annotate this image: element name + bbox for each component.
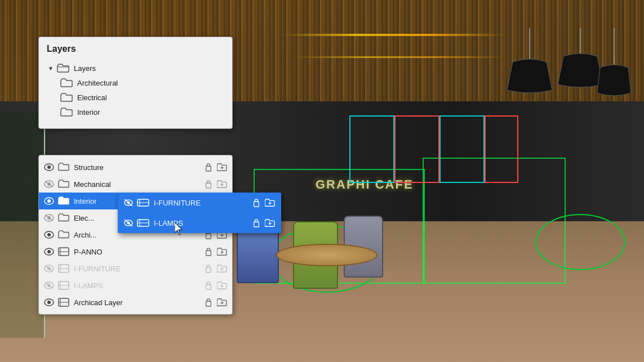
actions-i-lamps bbox=[203, 280, 228, 291]
interior-submenu: I-FURNITURE bbox=[118, 193, 281, 233]
layer-row-interior[interactable]: Interior bbox=[39, 193, 232, 209]
eye-icon-archicad[interactable] bbox=[43, 298, 55, 307]
folder-structure bbox=[58, 162, 69, 172]
eye-icon-interior[interactable] bbox=[43, 196, 55, 205]
svg-rect-46 bbox=[206, 267, 211, 272]
folder-action-structure[interactable] bbox=[216, 162, 228, 173]
svg-rect-59 bbox=[206, 301, 211, 306]
svg-rect-53 bbox=[206, 284, 211, 289]
svg-line-8 bbox=[45, 181, 53, 187]
eye-icon-p-anno[interactable] bbox=[43, 247, 55, 256]
eye-slash-electrical[interactable] bbox=[43, 213, 55, 222]
lock-icon-furniture-sub[interactable] bbox=[251, 197, 262, 208]
leaf-icon-i-lamps bbox=[58, 281, 69, 290]
layer-row-mechanical[interactable]: Mechanical bbox=[39, 176, 232, 193]
submenu-row-furniture[interactable]: I-FURNITURE bbox=[118, 193, 281, 213]
elec-folder-icon bbox=[60, 92, 73, 102]
shelf-wireframe-teal2 bbox=[439, 115, 485, 183]
leaf-icon-lamps-sub bbox=[137, 218, 149, 227]
layer-row-i-furniture[interactable]: I-FURNITURE bbox=[39, 260, 232, 277]
layer-row-structure[interactable]: Structure bbox=[39, 159, 232, 176]
table-round bbox=[276, 244, 377, 266]
layers-panel-bottom: Structure Mechanical bbox=[38, 155, 233, 315]
tree-electrical[interactable]: Electrical bbox=[39, 90, 232, 105]
folder-action-i-furniture[interactable] bbox=[216, 263, 228, 274]
eye-slash-mechanical[interactable] bbox=[43, 180, 55, 189]
folder-action-lamps-sub[interactable] bbox=[264, 217, 276, 229]
panel-title: Layers bbox=[39, 44, 232, 61]
eye-icon-archi[interactable] bbox=[43, 230, 55, 239]
folder-action-mechanical[interactable] bbox=[216, 178, 228, 190]
actions-archicad bbox=[203, 297, 228, 308]
hanging-lamps bbox=[507, 28, 631, 141]
tree-collapse-arrow[interactable]: ▼ bbox=[47, 64, 55, 72]
svg-point-11 bbox=[47, 199, 51, 203]
submenu-row-lamps[interactable]: I-LAMPS bbox=[118, 213, 281, 233]
folder-action-furniture-sub[interactable] bbox=[264, 197, 276, 208]
folder-action-p-anno[interactable] bbox=[216, 246, 228, 257]
eye-slash-furniture-sub[interactable] bbox=[123, 198, 134, 207]
label-lamps-sub: I-LAMPS bbox=[154, 219, 251, 227]
leaf-icon-p-anno bbox=[58, 247, 69, 256]
svg-point-32 bbox=[47, 233, 51, 236]
folder-action-i-lamps[interactable] bbox=[216, 280, 228, 291]
svg-rect-39 bbox=[206, 251, 211, 256]
arch-folder-icon bbox=[60, 78, 73, 88]
label-furniture-sub: I-FURNITURE bbox=[154, 199, 251, 207]
label-mechanical: Mechanical bbox=[74, 180, 203, 189]
eye-slash-i-lamps[interactable] bbox=[43, 281, 55, 290]
eye-slash-lamps-sub[interactable] bbox=[123, 218, 134, 227]
interior-label: Interior bbox=[77, 108, 100, 117]
architectural-label: Architectural bbox=[77, 79, 118, 87]
layer-row-p-anno[interactable]: P-ANNO bbox=[39, 243, 232, 260]
svg-rect-9 bbox=[206, 183, 211, 188]
tree-interior[interactable]: Interior bbox=[39, 105, 232, 119]
tree-root-item[interactable]: ▼ Layers bbox=[39, 61, 232, 75]
eye-slash-i-furniture[interactable] bbox=[43, 264, 55, 273]
leaf-icon-i-furniture bbox=[58, 264, 69, 273]
svg-rect-26 bbox=[254, 222, 259, 227]
actions-mechanical bbox=[203, 178, 228, 190]
chair-blue bbox=[237, 227, 279, 283]
svg-rect-5 bbox=[206, 166, 211, 171]
folder-mechanical bbox=[58, 179, 69, 189]
folder-action-archicad[interactable] bbox=[216, 297, 228, 308]
layer-row-i-lamps[interactable]: I-LAMPS bbox=[39, 277, 232, 294]
tree-architectural[interactable]: Architectural bbox=[39, 75, 232, 90]
lock-icon-mechanical[interactable] bbox=[203, 178, 214, 190]
actions-i-furniture bbox=[203, 263, 228, 274]
table-wireframe-2 bbox=[535, 214, 625, 270]
svg-point-35 bbox=[47, 250, 51, 253]
eye-icon-structure[interactable] bbox=[43, 163, 55, 172]
folder-electrical bbox=[58, 213, 69, 223]
lock-icon-i-lamps[interactable] bbox=[203, 280, 214, 291]
lock-icon-archicad[interactable] bbox=[203, 297, 214, 308]
actions-furniture-sub bbox=[251, 197, 276, 208]
actions-p-anno bbox=[203, 246, 228, 257]
layers-panel-top: Layers ▼ Layers Architectural Electrical bbox=[38, 37, 233, 129]
svg-rect-19 bbox=[254, 202, 259, 207]
leaf-icon-furniture-sub bbox=[137, 198, 149, 207]
interior-folder-icon bbox=[60, 107, 73, 117]
label-structure: Structure bbox=[74, 163, 203, 172]
lock-icon-p-anno[interactable] bbox=[203, 246, 214, 257]
ceiling-light-2 bbox=[293, 56, 507, 58]
label-p-anno: P-ANNO bbox=[74, 248, 203, 256]
actions-structure bbox=[203, 162, 228, 173]
root-layer-label: Layers bbox=[74, 64, 96, 73]
folder-interior bbox=[58, 196, 69, 206]
lock-icon-lamps-sub[interactable] bbox=[251, 217, 262, 229]
lock-icon-i-furniture[interactable] bbox=[203, 263, 214, 274]
svg-point-4 bbox=[47, 166, 51, 169]
lock-icon-structure[interactable] bbox=[203, 162, 214, 173]
shelf-wireframe-teal bbox=[349, 115, 394, 183]
electrical-label: Electrical bbox=[77, 93, 107, 102]
layer-row-archicad[interactable]: Archicad Layer bbox=[39, 294, 232, 311]
label-i-furniture: I-FURNITURE bbox=[74, 265, 203, 273]
label-archicad: Archicad Layer bbox=[74, 298, 203, 307]
svg-line-49 bbox=[45, 283, 53, 288]
actions-lamps-sub bbox=[251, 217, 276, 229]
label-i-lamps: I-LAMPS bbox=[74, 281, 203, 290]
svg-rect-33 bbox=[206, 234, 211, 239]
root-folder-icon bbox=[57, 63, 69, 73]
